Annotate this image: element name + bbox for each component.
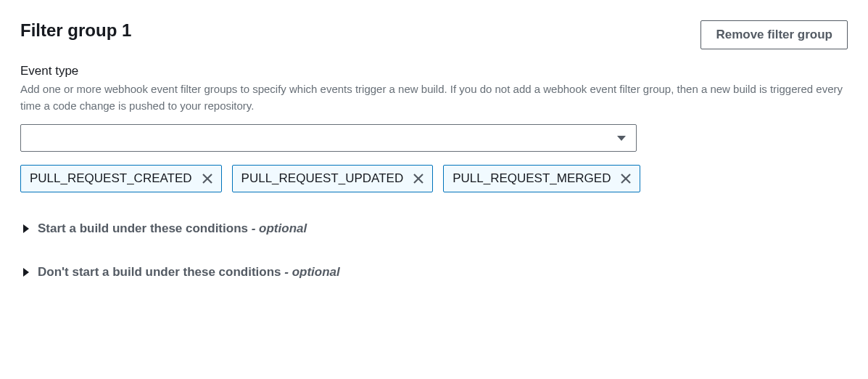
dont-start-build-label: Don't start a build under these conditio…	[38, 265, 340, 280]
start-build-label: Start a build under these conditions - o…	[38, 221, 307, 236]
remove-chip-icon[interactable]	[413, 174, 423, 184]
caret-down-icon	[617, 136, 626, 141]
event-type-label: Event type	[20, 64, 848, 78]
start-build-expander[interactable]: Start a build under these conditions - o…	[20, 221, 848, 236]
remove-chip-icon[interactable]	[202, 174, 212, 184]
event-type-chips: PULL_REQUEST_CREATED PULL_REQUEST_UPDATE…	[20, 165, 673, 192]
event-chip-label: PULL_REQUEST_MERGED	[452, 171, 611, 186]
dont-start-build-expander[interactable]: Don't start a build under these conditio…	[20, 265, 848, 280]
event-chip: PULL_REQUEST_CREATED	[20, 165, 222, 192]
event-chip-label: PULL_REQUEST_CREATED	[30, 171, 192, 186]
remove-chip-icon[interactable]	[621, 174, 631, 184]
event-chip: PULL_REQUEST_UPDATED	[232, 165, 434, 192]
triangle-right-icon	[23, 224, 29, 233]
triangle-right-icon	[23, 268, 29, 277]
event-chip-label: PULL_REQUEST_UPDATED	[241, 171, 404, 186]
event-chip: PULL_REQUEST_MERGED	[443, 165, 640, 192]
remove-filter-group-button[interactable]: Remove filter group	[700, 20, 848, 49]
event-type-dropdown[interactable]	[20, 124, 637, 152]
event-type-description: Add one or more webhook event filter gro…	[20, 81, 848, 114]
filter-group-title: Filter group 1	[20, 20, 131, 41]
